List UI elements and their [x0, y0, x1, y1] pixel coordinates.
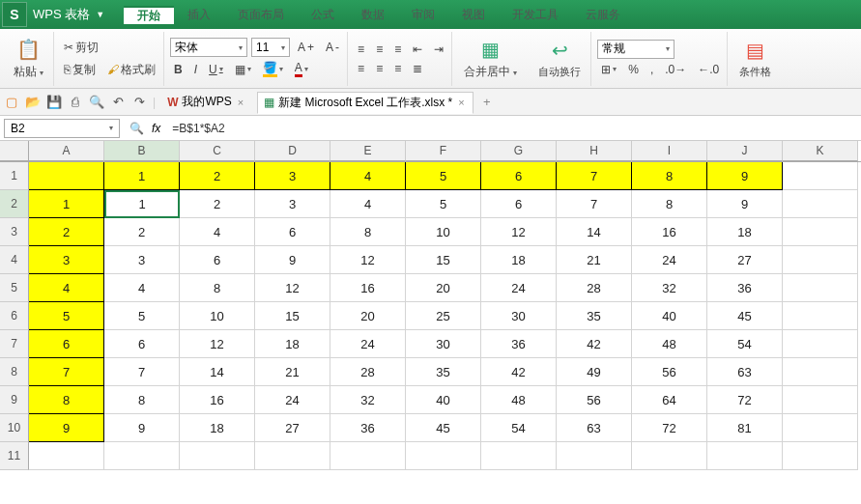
cell[interactable]: 14: [557, 218, 632, 246]
font-family-select[interactable]: 宋体▾: [170, 38, 247, 57]
undo-icon[interactable]: ↶: [110, 95, 126, 110]
indent-decrease-button[interactable]: ⇤: [409, 41, 426, 58]
doc-tab-mywps[interactable]: W 我的WPS ×: [161, 92, 251, 112]
tab-insert[interactable]: 插入: [174, 6, 224, 24]
cell[interactable]: 1: [29, 190, 104, 218]
cell[interactable]: 2: [104, 218, 180, 246]
cell[interactable]: 14: [180, 358, 255, 386]
row-header[interactable]: 7: [0, 330, 29, 358]
cell[interactable]: 9: [707, 190, 783, 218]
cell[interactable]: 4: [104, 274, 180, 302]
select-all-corner[interactable]: [0, 141, 29, 161]
cell[interactable]: 18: [707, 218, 783, 246]
close-icon[interactable]: ×: [456, 97, 466, 108]
cell[interactable]: 32: [632, 274, 707, 302]
cell[interactable]: 9: [707, 162, 783, 190]
tab-page-layout[interactable]: 页面布局: [224, 6, 298, 24]
cell[interactable]: 63: [707, 358, 783, 386]
cell[interactable]: 10: [406, 218, 481, 246]
distribute-button[interactable]: ≣: [409, 60, 426, 77]
cell[interactable]: 36: [330, 414, 406, 442]
tab-review[interactable]: 审阅: [398, 6, 448, 24]
print-icon[interactable]: ⎙: [68, 95, 83, 110]
cell[interactable]: 16: [632, 218, 707, 246]
conditional-format-button[interactable]: ▤ 条件格: [733, 38, 777, 79]
row-header[interactable]: 10: [0, 414, 29, 442]
cell[interactable]: [783, 330, 858, 358]
cell[interactable]: [406, 442, 481, 470]
col-header-C[interactable]: C: [180, 141, 255, 161]
cell[interactable]: [29, 442, 104, 470]
col-header-D[interactable]: D: [255, 141, 330, 161]
cell[interactable]: 3: [255, 190, 330, 218]
align-top-button[interactable]: ≡: [354, 41, 368, 58]
row-header[interactable]: 9: [0, 386, 29, 414]
tab-developer[interactable]: 开发工具: [499, 6, 572, 24]
row-header[interactable]: 1: [0, 162, 29, 190]
cell[interactable]: 6: [255, 218, 330, 246]
cell[interactable]: 24: [632, 246, 707, 274]
cell[interactable]: [783, 218, 858, 246]
cell[interactable]: 5: [406, 190, 481, 218]
cell[interactable]: 54: [481, 414, 557, 442]
name-box[interactable]: B2 ▾: [4, 119, 120, 138]
row-header[interactable]: 3: [0, 218, 29, 246]
cell[interactable]: 16: [330, 274, 406, 302]
cell[interactable]: 9: [104, 414, 180, 442]
cell[interactable]: 35: [557, 302, 632, 330]
cell[interactable]: [783, 358, 858, 386]
col-header-F[interactable]: F: [406, 141, 481, 161]
cell[interactable]: 24: [255, 386, 330, 414]
cell[interactable]: 4: [29, 274, 104, 302]
cell[interactable]: 48: [481, 386, 557, 414]
cell[interactable]: 15: [255, 302, 330, 330]
cell[interactable]: [783, 274, 858, 302]
cell[interactable]: 54: [707, 330, 783, 358]
font-size-select[interactable]: 11▾: [251, 38, 290, 57]
percent-button[interactable]: %: [624, 61, 643, 78]
cell[interactable]: 8: [632, 162, 707, 190]
cell[interactable]: 81: [707, 414, 783, 442]
cell[interactable]: 12: [330, 246, 406, 274]
row-header[interactable]: 8: [0, 358, 29, 386]
cell[interactable]: 5: [29, 302, 104, 330]
col-header-E[interactable]: E: [330, 141, 406, 161]
cell[interactable]: 6: [481, 162, 557, 190]
add-tab-icon[interactable]: +: [479, 95, 495, 110]
row-header[interactable]: 6: [0, 302, 29, 330]
grow-font-button[interactable]: A+: [294, 39, 318, 56]
cell[interactable]: 4: [330, 190, 406, 218]
cell[interactable]: 42: [481, 358, 557, 386]
cell[interactable]: [255, 442, 330, 470]
cell[interactable]: 56: [632, 358, 707, 386]
cell[interactable]: 16: [180, 386, 255, 414]
col-header-B[interactable]: B: [104, 141, 180, 161]
cell[interactable]: 18: [255, 330, 330, 358]
cell[interactable]: 2: [180, 190, 255, 218]
cell[interactable]: 18: [481, 246, 557, 274]
align-middle-button[interactable]: ≡: [372, 41, 387, 58]
decrease-decimal-button[interactable]: ←.0: [694, 61, 723, 78]
format-painter-button[interactable]: 🖌格式刷: [103, 60, 159, 80]
row-header[interactable]: 4: [0, 246, 29, 274]
cell[interactable]: 45: [707, 302, 783, 330]
comma-button[interactable]: ,: [646, 61, 657, 78]
cell[interactable]: 6: [104, 330, 180, 358]
cell[interactable]: 36: [707, 274, 783, 302]
cell[interactable]: 5: [406, 162, 481, 190]
cell[interactable]: 40: [406, 386, 481, 414]
cell[interactable]: [330, 442, 406, 470]
cell[interactable]: 45: [406, 414, 481, 442]
align-left-button[interactable]: ≡: [354, 60, 368, 77]
cell[interactable]: [481, 442, 557, 470]
cell[interactable]: 7: [557, 190, 632, 218]
col-header-A[interactable]: A: [29, 141, 104, 161]
fx-label[interactable]: fx: [152, 122, 160, 135]
wrap-text-button[interactable]: ↩ 自动换行: [532, 38, 587, 79]
cell[interactable]: 24: [330, 330, 406, 358]
align-right-button[interactable]: ≡: [390, 60, 405, 77]
cell[interactable]: 1: [104, 190, 180, 218]
cell[interactable]: 3: [104, 246, 180, 274]
cell[interactable]: [783, 414, 858, 442]
cell[interactable]: 8: [29, 386, 104, 414]
